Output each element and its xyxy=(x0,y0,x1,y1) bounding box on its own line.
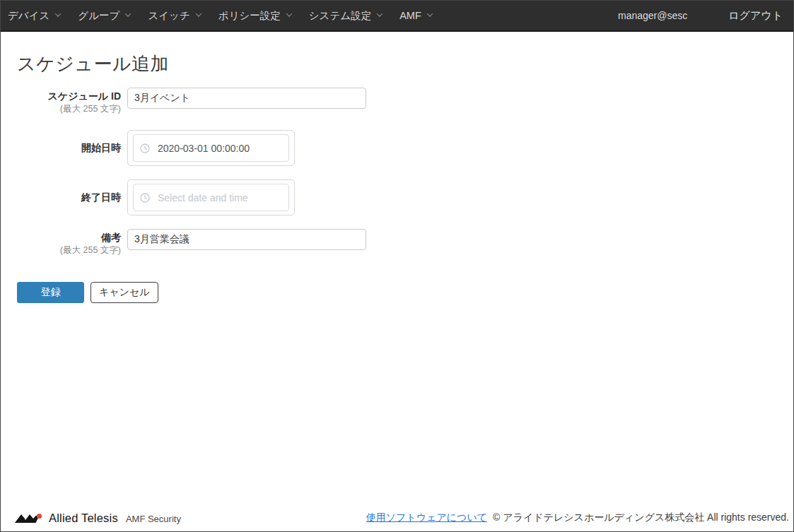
schedule-id-label: スケジュール ID xyxy=(1,90,121,103)
chevron-down-icon xyxy=(427,11,433,16)
schedule-id-row: スケジュール ID (最大 255 文字) xyxy=(1,88,793,115)
page-title: スケジュール追加 xyxy=(17,52,793,76)
app-window: デバイス グループ スイッチ ポリシー設定 システム設定 AMF manager… xyxy=(0,0,794,532)
schedule-id-hint: (最大 255 文字) xyxy=(1,103,121,115)
top-navbar: デバイス グループ スイッチ ポリシー設定 システム設定 AMF manager… xyxy=(1,1,793,32)
remarks-label: 備考 xyxy=(1,231,121,244)
nav-item-amf[interactable]: AMF xyxy=(399,10,432,21)
main-content: スケジュール追加 スケジュール ID (最大 255 文字) 開始日時 xyxy=(1,33,793,303)
nav-item-label: デバイス xyxy=(8,9,49,23)
end-datetime-picker xyxy=(127,179,295,215)
chevron-down-icon xyxy=(55,11,61,16)
schedule-id-input[interactable] xyxy=(127,88,366,109)
logout-button[interactable]: ログアウト xyxy=(728,9,783,23)
copyright-text: © アライドテレシスホールディングス株式会社 All rights reserv… xyxy=(493,512,789,524)
nav-item-label: スイッチ xyxy=(148,9,189,23)
end-datetime-input-box[interactable] xyxy=(133,184,289,211)
software-info-link[interactable]: 使用ソフトウェアについて xyxy=(366,512,487,524)
form-actions: 登録 キャンセル xyxy=(17,282,793,303)
brand-name: Allied Telesis xyxy=(49,512,118,525)
nav-item-switches[interactable]: スイッチ xyxy=(148,9,200,23)
submit-button[interactable]: 登録 xyxy=(17,282,84,303)
nav-item-label: ポリシー設定 xyxy=(218,9,281,23)
end-datetime-label: 終了日時 xyxy=(1,191,121,204)
remarks-row: 備考 (最大 255 文字) xyxy=(1,229,793,256)
nav-item-policy-settings[interactable]: ポリシー設定 xyxy=(218,9,291,23)
end-datetime-input[interactable] xyxy=(158,192,282,203)
schedule-form: スケジュール ID (最大 255 文字) 開始日時 xyxy=(1,88,793,303)
nav-item-devices[interactable]: デバイス xyxy=(8,9,60,23)
chevron-down-icon xyxy=(125,11,131,16)
nav-item-label: グループ xyxy=(78,9,119,23)
nav-item-system-settings[interactable]: システム設定 xyxy=(309,9,382,23)
start-datetime-input[interactable] xyxy=(158,143,282,154)
nav-item-label: システム設定 xyxy=(309,9,371,23)
allied-telesis-logo-icon xyxy=(15,512,43,524)
product-name: AMF Security xyxy=(126,512,181,524)
cancel-button[interactable]: キャンセル xyxy=(91,282,158,303)
start-datetime-label: 開始日時 xyxy=(1,141,121,155)
end-datetime-row: 終了日時 xyxy=(1,179,793,215)
remarks-input[interactable] xyxy=(127,229,366,250)
nav-item-groups[interactable]: グループ xyxy=(78,9,130,23)
chevron-down-icon xyxy=(286,11,292,16)
clock-icon xyxy=(140,143,150,153)
start-datetime-input-box[interactable] xyxy=(133,134,289,162)
nav-item-label: AMF xyxy=(399,10,421,21)
logged-in-user: manager@sesc xyxy=(618,10,687,21)
footer: Allied Telesis AMF Security 使用ソフトウェアについて… xyxy=(1,507,793,528)
remarks-hint: (最大 255 文字) xyxy=(1,244,121,256)
chevron-down-icon xyxy=(196,11,202,16)
start-datetime-row: 開始日時 xyxy=(1,130,793,166)
start-datetime-picker xyxy=(127,130,295,166)
chevron-down-icon xyxy=(377,11,383,16)
clock-icon xyxy=(140,193,150,203)
